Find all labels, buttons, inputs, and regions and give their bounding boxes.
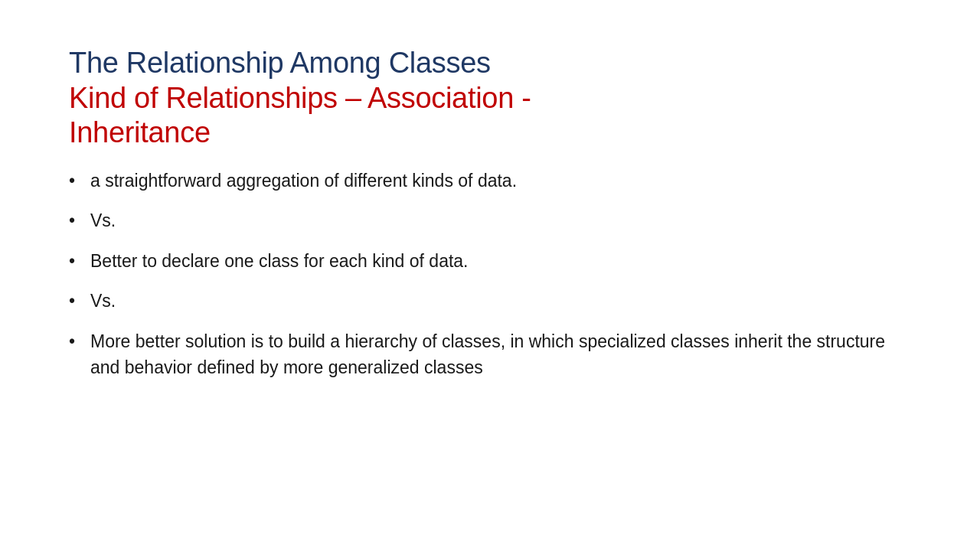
content-list: a straightforward aggregation of differe… xyxy=(69,168,919,395)
bullet-item-2: Vs. xyxy=(69,207,919,234)
bullet-item-4: Vs. xyxy=(69,288,919,315)
slide-container: The Relationship Among Classes Kind of R… xyxy=(0,0,980,551)
title-block: The Relationship Among Classes Kind of R… xyxy=(69,46,919,151)
bullet-item-1: a straightforward aggregation of differe… xyxy=(69,168,919,194)
title-line2: Kind of Relationships – Association - In… xyxy=(69,81,919,151)
bullet-item-3: Better to declare one class for each kin… xyxy=(69,248,919,275)
title-line1: The Relationship Among Classes xyxy=(69,46,919,81)
bullet-item-5: More better solution is to build a hiera… xyxy=(69,328,919,381)
